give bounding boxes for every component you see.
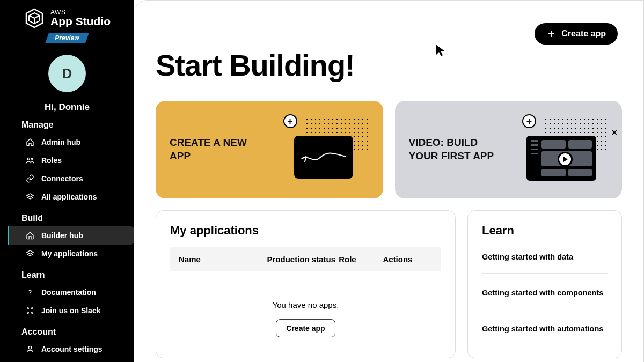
learn-item-automations[interactable]: Getting started with automations <box>482 309 608 345</box>
nav-label: Roles <box>41 156 62 165</box>
svg-marker-5 <box>27 194 33 197</box>
section-manage-label: Manage <box>0 113 134 133</box>
svg-marker-6 <box>27 250 33 254</box>
col-role: Role <box>339 255 383 264</box>
col-name: Name <box>179 255 267 264</box>
apps-empty-state: You have no apps. Create app <box>170 300 441 337</box>
close-icon: ✕ <box>611 128 618 137</box>
create-app-label: Create app <box>561 29 606 39</box>
stack-icon <box>25 249 35 258</box>
my-applications-title: My applications <box>170 224 441 238</box>
empty-message: You have no apps. <box>170 300 441 309</box>
nav-label: Account settings <box>41 345 103 353</box>
app-logo-icon <box>24 8 45 29</box>
question-icon <box>25 287 35 297</box>
brand-block: AWS App Studio Preview <box>0 8 134 43</box>
learn-panel: Learn Getting started with data Getting … <box>467 210 622 358</box>
card-video-title: VIDEO: BUILD YOUR FIRST APP <box>409 136 506 162</box>
preview-badge: Preview <box>45 33 89 43</box>
sidebar-item-roles[interactable]: Roles <box>0 151 134 169</box>
svg-point-12 <box>28 346 31 349</box>
card-video-first-app[interactable]: VIDEO: BUILD YOUR FIRST APP + ✕ <box>395 101 623 198</box>
svg-point-8 <box>27 308 29 309</box>
home-icon <box>25 137 35 147</box>
brand-text: AWS App Studio <box>50 9 111 28</box>
apps-table-header: Name Production status Role Actions <box>170 247 441 271</box>
main-content: Create app Start Building! CREATE A NEW … <box>134 0 644 362</box>
people-icon <box>25 156 35 165</box>
sidebar-item-account-settings[interactable]: Account settings <box>0 340 134 358</box>
slack-icon <box>25 306 35 315</box>
greeting-text: Hi, Donnie <box>45 102 90 113</box>
learn-item-components[interactable]: Getting started with components <box>482 274 608 309</box>
plus-circle-icon: + <box>283 114 297 128</box>
svg-point-4 <box>31 158 33 160</box>
sidebar-item-admin-hub[interactable]: Admin hub <box>0 133 134 151</box>
nav-label: Documentation <box>41 288 96 297</box>
home-icon <box>25 231 35 240</box>
card-create-illustration: + <box>283 117 369 182</box>
sidebar-item-all-applications[interactable]: All applications <box>0 188 134 206</box>
col-actions: Actions <box>383 255 433 264</box>
nav-label: Connectors <box>41 174 83 183</box>
nav-label: Builder hub <box>41 231 83 240</box>
nav-label: All applications <box>41 193 97 201</box>
user-block: D Hi, Donnie <box>0 55 134 113</box>
avatar[interactable]: D <box>48 55 86 92</box>
create-app-button[interactable]: Create app <box>535 23 618 45</box>
svg-point-11 <box>32 312 33 314</box>
sidebar-item-documentation[interactable]: Documentation <box>0 283 134 301</box>
nav-label: Join us on Slack <box>41 306 100 315</box>
page-title: Start Building! <box>156 48 622 83</box>
nav-label: My applications <box>41 249 98 258</box>
card-video-illustration: + ✕ <box>522 117 608 182</box>
sidebar-item-my-applications[interactable]: My applications <box>0 245 134 263</box>
card-create-new-app[interactable]: CREATE A NEW APP + <box>156 101 383 198</box>
sidebar-item-connectors[interactable]: Connectors <box>0 169 134 188</box>
empty-create-app-button[interactable]: Create app <box>276 319 335 337</box>
brand-bottom-label: App Studio <box>50 16 111 27</box>
learn-title: Learn <box>482 224 608 238</box>
section-build-label: Build <box>0 206 134 226</box>
nav-label: Admin hub <box>41 138 80 146</box>
sidebar-item-builder-hub[interactable]: Builder hub <box>8 226 134 245</box>
section-account-label: Account <box>0 320 134 340</box>
sidebar: AWS App Studio Preview D Hi, Donnie Mana… <box>0 0 134 362</box>
link-icon <box>25 174 35 183</box>
plus-circle-icon: + <box>522 114 536 128</box>
card-create-title: CREATE A NEW APP <box>170 136 266 162</box>
section-learn-label: Learn <box>0 263 134 283</box>
play-icon <box>558 152 573 167</box>
plus-icon <box>546 29 556 39</box>
stack-icon <box>25 192 35 202</box>
svg-point-3 <box>27 158 30 160</box>
my-applications-panel: My applications Name Production status R… <box>156 210 456 358</box>
svg-point-9 <box>32 308 33 309</box>
svg-point-10 <box>27 312 29 314</box>
user-icon <box>25 344 35 354</box>
svg-point-7 <box>30 294 30 294</box>
col-status: Production status <box>267 255 339 264</box>
learn-item-data[interactable]: Getting started with data <box>482 247 608 274</box>
sidebar-item-slack[interactable]: Join us on Slack <box>0 301 134 320</box>
